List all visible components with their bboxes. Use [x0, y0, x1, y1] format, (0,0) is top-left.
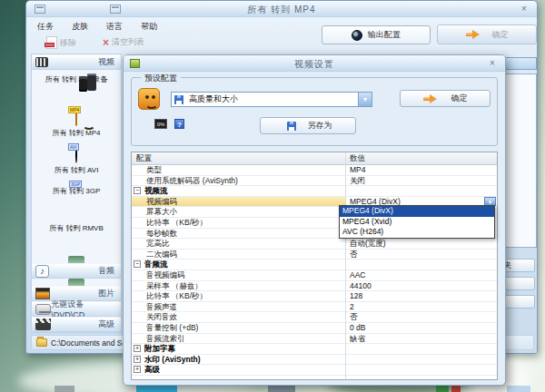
- config-icon: [352, 30, 362, 41]
- column-config: 配置: [132, 152, 345, 164]
- table-row[interactable]: 音量控制 (+dB)0 dB: [132, 323, 497, 334]
- row-value: AAC: [345, 270, 497, 280]
- table-row[interactable]: +附加字幕: [132, 344, 497, 355]
- row-label: 音视频编码: [132, 270, 345, 280]
- table-row[interactable]: 使用系统解码器 (AviSynth)关闭: [132, 176, 497, 187]
- row-value: 缺省: [345, 334, 497, 344]
- table-row[interactable]: 音频声道2: [132, 302, 497, 313]
- output-config-label: 输出配置: [368, 29, 401, 41]
- remove-button[interactable]: 移除: [46, 36, 76, 49]
- clipped-item-icon: [68, 256, 84, 263]
- row-value: MP4: [345, 165, 497, 175]
- table-row[interactable]: 音频流索引缺省: [132, 334, 497, 345]
- table-row[interactable]: +高级: [132, 365, 497, 376]
- row-label: 类型: [132, 165, 345, 175]
- sidebar-item[interactable]: 所有 转到 移动设备: [32, 70, 121, 107]
- taskbar-sliver: [436, 386, 449, 392]
- dropdown-option[interactable]: AVC (H264): [340, 227, 494, 238]
- close-icon[interactable]: ×: [519, 4, 530, 15]
- expand-icon[interactable]: +: [134, 345, 141, 352]
- quality-percent-icon[interactable]: 0%: [154, 119, 167, 129]
- video-settings-dialog: 视频设置 × 预设配置 高质量和大小 ▾ 确定 0% ? 另存为 配置 数值 类…: [123, 54, 506, 386]
- table-row[interactable]: 比特率 （KB/秒）128: [132, 291, 497, 302]
- sidebar-section-1[interactable]: 视频: [32, 54, 121, 70]
- sidebar-section-5[interactable]: 高级: [32, 317, 121, 332]
- sidebar-section-4[interactable]: 光驱设备\DVD\CD: [32, 301, 121, 317]
- menu-task[interactable]: 任务: [35, 20, 55, 34]
- row-value: 关闭: [345, 176, 497, 186]
- taskbar-sliver: [507, 386, 530, 392]
- expand-icon[interactable]: +: [134, 366, 141, 373]
- table-row[interactable]: 采样率 （赫兹）44100: [132, 281, 497, 292]
- arrow-icon: [466, 30, 480, 39]
- dialog-close-icon[interactable]: ×: [487, 58, 498, 69]
- output-config-button[interactable]: 输出配置: [322, 25, 431, 44]
- row-label: 采样率 （赫兹）: [132, 281, 345, 291]
- save-as-button[interactable]: 另存为: [260, 117, 356, 134]
- sidebar-item[interactable]: AVI所有 转到 AVI: [32, 144, 121, 181]
- row-value: 0 dB: [345, 323, 497, 333]
- table-row[interactable]: 类型MP4: [132, 165, 497, 176]
- sidebar-item-label: 所有 转到 移动设备: [45, 74, 107, 84]
- format-badge: AVI: [68, 143, 79, 151]
- arrow-icon: [423, 94, 437, 103]
- folder-icon: [36, 338, 47, 347]
- settings-table: 配置 数值 类型MP4使用系统解码器 (AviSynth)关闭−视频流视频编码M…: [131, 152, 498, 380]
- dialog-ok-label: 确定: [451, 93, 468, 104]
- column-value: 数值: [345, 152, 497, 164]
- row-label: 视频编码: [132, 197, 345, 207]
- sidebar-section-label: 视频: [98, 56, 114, 68]
- menu-help[interactable]: 帮助: [139, 20, 159, 34]
- clear-icon: ×: [103, 37, 109, 48]
- menu-skin[interactable]: 皮肤: [70, 20, 90, 34]
- video-icon: [35, 57, 48, 67]
- table-row[interactable]: 宽高比自动(宽度): [132, 239, 497, 250]
- row-label: 音频流索引: [132, 334, 345, 344]
- main-ok-button[interactable]: 确定: [437, 24, 537, 44]
- window-title: 所有 转到 MP4: [26, 4, 537, 16]
- collapse-icon[interactable]: −: [134, 260, 141, 268]
- dialog-titlebar[interactable]: 视频设置 ×: [124, 55, 505, 72]
- sidebar-section-label: 高级: [98, 318, 114, 330]
- main-titlebar[interactable]: 所有 转到 MP4 ×: [26, 1, 537, 17]
- sidebar-item[interactable]: 所有 转到 RMVB: [32, 219, 121, 256]
- floppy-icon: [174, 95, 183, 104]
- dialog-ok-button[interactable]: 确定: [400, 90, 490, 107]
- remove-label: 移除: [60, 37, 76, 49]
- row-value: [345, 344, 497, 354]
- sidebar-item-label: 所有 转到 RMVB: [49, 223, 104, 233]
- dropdown-option[interactable]: MPEG4 (Xvid): [340, 217, 494, 228]
- collapse-icon[interactable]: −: [134, 187, 141, 194]
- expand-icon[interactable]: +: [134, 356, 141, 363]
- table-row[interactable]: 二次编码否: [132, 250, 497, 260]
- sidebar-item-label: 所有 转到 AVI: [54, 165, 99, 175]
- sidebar-section-label: 音频: [98, 265, 114, 277]
- taskbar-sliver: [268, 386, 295, 392]
- codec-dropdown-list: MPEG4 (DivX)MPEG4 (Xvid)AVC (H264): [339, 205, 495, 239]
- clear-list-label: 清空列表: [112, 36, 144, 48]
- clear-list-button[interactable]: × 清空列表: [103, 36, 144, 48]
- table-row[interactable]: +水印 (AviSynth): [132, 355, 497, 366]
- taskbar-sliver: [136, 386, 177, 392]
- row-value: [345, 355, 497, 365]
- row-label: 使用系统解码器 (AviSynth): [132, 176, 345, 186]
- table-row[interactable]: 关闭音效否: [132, 312, 497, 323]
- dropdown-option[interactable]: MPEG4 (DivX): [340, 206, 494, 217]
- sidebar-section-2[interactable]: ♪音频: [32, 263, 121, 279]
- table-row[interactable]: 音视频编码AAC: [132, 270, 497, 281]
- sidebar-item[interactable]: MP4所有 转到 MP4: [32, 107, 121, 144]
- table-row[interactable]: −视频流: [132, 186, 497, 197]
- sidebar-item[interactable]: 3GP所有 转到 3GP: [32, 181, 121, 219]
- row-label: +高级: [132, 365, 345, 375]
- chevron-down-icon[interactable]: ▾: [358, 93, 372, 106]
- column-divider: [345, 152, 346, 379]
- table-row[interactable]: −音频流: [132, 260, 497, 270]
- help-icon[interactable]: ?: [174, 119, 184, 129]
- category-sidebar: 视频所有 转到 移动设备MP4所有 转到 MP4AVI所有 转到 AVI3GP所…: [31, 54, 122, 333]
- clapperboard-icon: [35, 318, 51, 330]
- preset-combobox[interactable]: 高质量和大小 ▾: [171, 92, 372, 107]
- menu-language[interactable]: 语言: [104, 20, 124, 34]
- row-value: 2: [345, 302, 497, 312]
- row-label: +水印 (AviSynth): [132, 355, 345, 365]
- row-label: 比特率 （KB/秒）: [132, 218, 345, 228]
